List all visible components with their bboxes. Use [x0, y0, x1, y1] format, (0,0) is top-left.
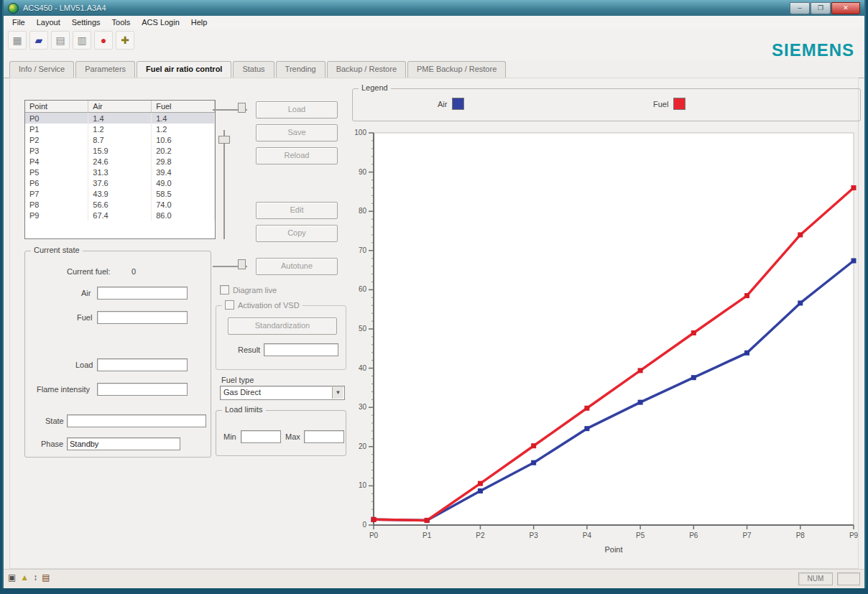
desktop: ACS450 - LMV51.A3A4 –❐✕ FileLayoutSettin… [0, 0, 868, 594]
app-window: ACS450 - LMV51.A3A4 –❐✕ FileLayoutSettin… [2, 0, 866, 588]
menu-layout[interactable]: Layout [31, 17, 66, 27]
menu-file[interactable]: File [6, 17, 31, 27]
close-button[interactable]: ✕ [831, 2, 860, 14]
data-point-air [691, 375, 696, 380]
diagram-live-checkbox[interactable]: Diagram live [220, 285, 277, 294]
table-cell: P8 [25, 199, 88, 210]
connect-button[interactable]: ▰ [29, 31, 48, 50]
menu-settings[interactable]: Settings [66, 17, 106, 27]
table-row[interactable]: P01.41.4 [25, 113, 215, 124]
phase-field[interactable] [67, 437, 180, 450]
tab-pme-backup-restore[interactable]: PME Backup / Restore [407, 61, 506, 78]
tab-info-service[interactable]: Info / Service [9, 61, 74, 78]
connect-icon: ▰ [35, 34, 43, 46]
current-state-group: Current state Current fuel: 0 Air Fuel L… [24, 251, 211, 458]
fuel-type-select[interactable]: Gas Direct ▼ [220, 386, 345, 400]
flame-intensity-field[interactable] [97, 383, 188, 396]
table-cell: 1.2 [152, 124, 215, 134]
copy-button[interactable]: Copy [256, 225, 338, 242]
slider-thumb[interactable] [238, 259, 246, 269]
air-fine-slider[interactable] [213, 103, 247, 113]
table-row[interactable]: P967.486.0 [25, 210, 215, 221]
table-row[interactable]: P28.710.6 [25, 134, 215, 145]
toolbar: ▦▰▤▥●✚ SIEMENS [4, 29, 864, 60]
tab-content-fuel-air-ratio: PointAirFuelP01.41.4P11.21.2P28.710.6P31… [9, 78, 859, 569]
air-label: Air [81, 289, 91, 297]
table-cell: 24.6 [88, 156, 152, 167]
tab-trending[interactable]: Trending [276, 61, 326, 78]
max-field[interactable] [304, 430, 344, 443]
table-row[interactable]: P531.339.4 [25, 167, 215, 177]
fuel-field[interactable] [97, 311, 188, 324]
table-row[interactable]: P424.629.8 [25, 156, 215, 167]
tab-backup-restore[interactable]: Backup / Restore [327, 61, 406, 78]
autotune-button[interactable]: Autotune [256, 258, 338, 275]
menu-tools[interactable]: Tools [106, 17, 137, 27]
tab-status[interactable]: Status [233, 61, 274, 78]
minimize-button[interactable]: – [790, 2, 810, 14]
data-point-fuel [798, 232, 803, 237]
download-button[interactable]: ▥ [73, 31, 91, 50]
load-limits-group: Load limits Min Max [216, 410, 346, 456]
table-cell: P9 [25, 210, 88, 221]
stop-button[interactable]: ● [94, 31, 113, 50]
state-label: State [45, 417, 64, 425]
data-point-fuel [584, 406, 589, 411]
status-bar: ▣▲↕▤ NUM [4, 569, 864, 588]
load-button[interactable]: Load [256, 101, 338, 119]
table-cell: 74.0 [152, 199, 215, 210]
load-slider[interactable] [213, 259, 247, 269]
edit-button[interactable]: Edit [256, 202, 338, 219]
tab-parameters[interactable]: Parameters [75, 61, 135, 78]
data-point-air [638, 400, 643, 405]
table-cell: P5 [25, 167, 88, 177]
table-row[interactable]: P315.920.2 [25, 145, 215, 156]
table-cell: 86.0 [152, 210, 215, 221]
column-header-air[interactable]: Air [88, 101, 152, 113]
table-cell: 39.4 [152, 167, 215, 177]
load-field[interactable] [97, 358, 188, 371]
result-label: Result [238, 345, 260, 354]
siemens-logo: SIEMENS [772, 40, 854, 60]
reload-button[interactable]: Reload [256, 147, 338, 164]
air-field[interactable] [97, 287, 188, 300]
data-point-fuel [425, 518, 430, 523]
table-cell: 37.6 [88, 177, 152, 188]
table-row[interactable]: P11.21.2 [25, 124, 215, 134]
min-field[interactable] [241, 430, 281, 443]
maximize-button[interactable]: ❐ [811, 2, 831, 14]
svg-text:0: 0 [362, 521, 366, 529]
table-row[interactable]: P637.649.0 [25, 177, 215, 188]
slider-thumb[interactable] [218, 136, 230, 144]
max-label: Max [285, 432, 300, 441]
svg-text:P0: P0 [369, 532, 379, 539]
save-icon: ▦ [12, 34, 22, 46]
fuel-type-value: Gas Direct [223, 388, 261, 396]
save-button[interactable]: ▦ [8, 31, 27, 50]
vsd-checkbox[interactable] [225, 300, 234, 310]
svg-text:20: 20 [359, 442, 367, 450]
menu-acs-login[interactable]: ACS Login [136, 17, 185, 27]
key-button[interactable]: ✚ [116, 31, 134, 50]
table-row[interactable]: P743.958.5 [25, 188, 215, 199]
state-field[interactable] [67, 414, 206, 427]
window-title: ACS450 - LMV51.A3A4 [23, 4, 790, 12]
upload-button[interactable]: ▤ [51, 31, 70, 50]
table-cell: 1.4 [152, 113, 215, 124]
slider-thumb[interactable] [238, 103, 246, 113]
result-field[interactable] [264, 343, 338, 356]
menu-help[interactable]: Help [185, 17, 213, 27]
value-slider[interactable] [218, 130, 230, 239]
tab-fuel-air-ratio-control[interactable]: Fuel air ratio control [137, 61, 231, 78]
table-cell: P4 [25, 156, 88, 167]
updown-icon: ↕ [33, 572, 37, 583]
download-icon: ▥ [77, 34, 86, 46]
table-cell: P0 [25, 113, 88, 124]
column-header-fuel[interactable]: Fuel [152, 101, 215, 113]
upload-icon: ▤ [55, 34, 65, 46]
column-header-point[interactable]: Point [25, 101, 88, 113]
table-row[interactable]: P856.674.0 [25, 199, 215, 210]
svg-text:30: 30 [359, 403, 367, 411]
save-button[interactable]: Save [256, 124, 338, 141]
standardization-button[interactable]: Standardization [228, 317, 337, 335]
